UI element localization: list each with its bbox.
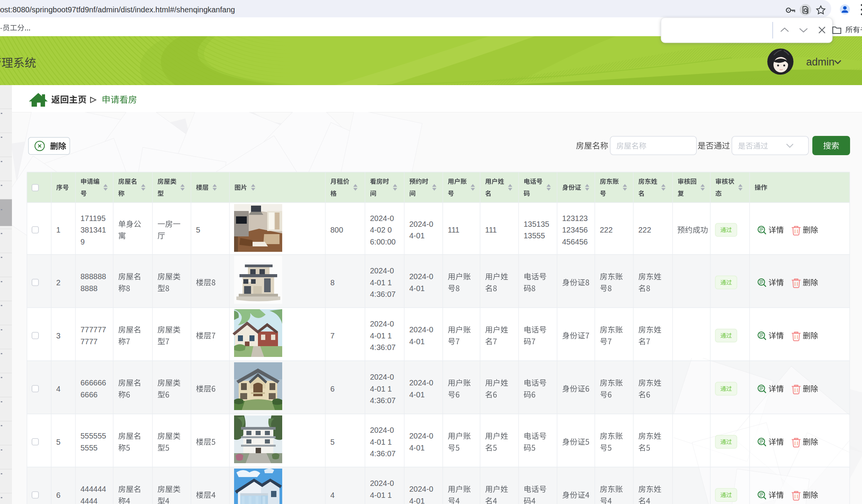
svg-text:4-01 1: 4-01 1 [370,491,392,499]
svg-text:5: 5 [196,226,200,234]
svg-text:7: 7 [330,332,335,340]
svg-text:ost:8080/springboot97tfd9nf/ad: ost:8080/springboot97tfd9nf/admin/dist/i… [0,5,235,14]
svg-text:2024-0: 2024-0 [409,485,433,493]
svg-text:666666: 666666 [80,378,106,387]
svg-text:135135: 135135 [524,220,549,228]
svg-text:2: 2 [56,278,60,287]
svg-text:4-01: 4-01 [409,231,425,240]
svg-text:4:36:07: 4:36:07 [370,290,396,298]
svg-text:2024-0: 2024-0 [370,320,394,328]
svg-text:6: 6 [330,385,335,393]
svg-text:2024-0: 2024-0 [409,220,433,228]
svg-text:777777: 777777 [80,325,106,334]
svg-text:4-01: 4-01 [409,337,425,346]
svg-text:5: 5 [330,438,335,446]
svg-text:222: 222 [638,226,651,234]
svg-text:2024-0: 2024-0 [409,272,433,281]
svg-text:123123: 123123 [562,214,588,223]
svg-text:7777: 7777 [80,337,98,346]
svg-text:381341: 381341 [80,226,106,234]
svg-text:222: 222 [600,226,613,234]
svg-text:4-01 1: 4-01 1 [370,332,392,340]
svg-text:2024-0: 2024-0 [370,373,394,381]
svg-text:123456: 123456 [562,226,588,234]
svg-text:4-01 1: 4-01 1 [370,278,392,287]
svg-text:9: 9 [80,238,85,246]
svg-text:555555: 555555 [80,432,106,440]
svg-text:5: 5 [56,438,60,446]
svg-text:4: 4 [56,385,60,393]
svg-text:2024-0: 2024-0 [409,378,433,387]
svg-text:2024-0: 2024-0 [370,214,394,223]
svg-text:456456: 456456 [562,238,588,246]
svg-text:2024-0: 2024-0 [370,426,394,434]
svg-text:admin: admin [806,56,835,68]
svg-text:3: 3 [56,332,60,340]
svg-text:4:36:07: 4:36:07 [370,396,396,405]
svg-text:4:36:07: 4:36:07 [370,343,396,352]
svg-text:2024-0: 2024-0 [370,479,394,487]
svg-text:4-01: 4-01 [409,497,425,504]
svg-text:6:00:00: 6:00:00 [370,238,396,246]
svg-text:4-01: 4-01 [409,444,425,452]
svg-text:4:36:07: 4:36:07 [370,502,396,504]
svg-text:4:36:07: 4:36:07 [370,449,396,458]
svg-text:1: 1 [56,226,60,234]
svg-text:4: 4 [330,491,335,499]
svg-text:4-01: 4-01 [409,284,425,293]
svg-text:111: 111 [485,226,497,234]
svg-text:13555: 13555 [524,231,545,240]
svg-text:6666: 6666 [80,390,98,399]
svg-text:5555: 5555 [80,444,98,452]
svg-text:444444: 444444 [80,485,106,493]
svg-text:6: 6 [56,491,60,499]
svg-text:8888: 8888 [80,284,98,293]
svg-text:2024-0: 2024-0 [370,266,394,275]
svg-text:111: 111 [448,226,459,234]
svg-text:2024-0: 2024-0 [409,325,433,334]
svg-text:4-02 0: 4-02 0 [370,226,392,234]
svg-text:888888: 888888 [80,272,106,281]
svg-text:4-01: 4-01 [409,390,425,399]
svg-text:8: 8 [330,278,335,287]
svg-text:4-01 1: 4-01 1 [370,385,392,393]
svg-text:2024-0: 2024-0 [409,432,433,440]
svg-text:800: 800 [330,226,343,234]
svg-text:4-01 1: 4-01 1 [370,438,392,446]
svg-text:171195: 171195 [80,214,105,223]
svg-text:4444: 4444 [80,497,98,504]
